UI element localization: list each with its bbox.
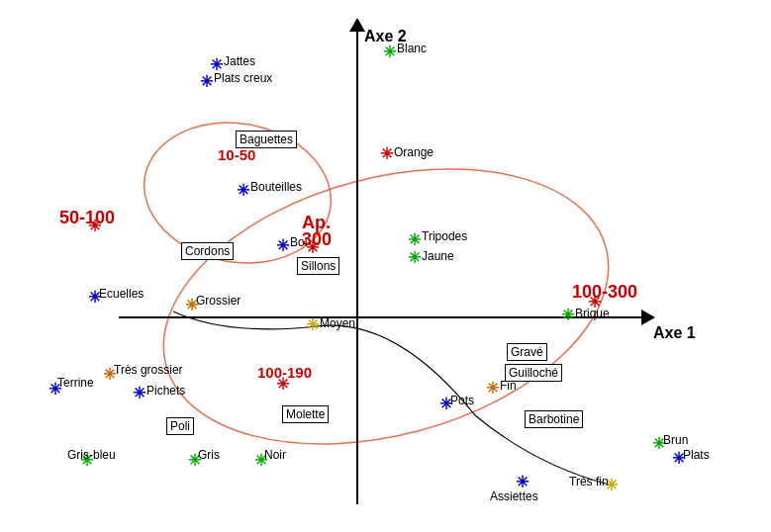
label-terrine: Terrine — [57, 376, 94, 390]
label-plats-creux: Plats creux — [214, 71, 272, 85]
star-orange: ✳ — [380, 144, 393, 163]
label-jattes: Jattes — [224, 54, 255, 68]
label-10-50: 10-50 — [218, 146, 255, 163]
label-pichets: Pichets — [146, 384, 185, 398]
label-gris: Gris — [198, 448, 220, 462]
label-100-300: 100-300 — [572, 282, 637, 303]
label-gris-bleu: Gris-bleu — [67, 448, 116, 462]
chart-container: Axe 1 Axe 2 ✳ Jattes ✳ Plats creux Bague… — [0, 0, 771, 532]
label-tripodes: Tripodes — [422, 229, 467, 243]
star-brique: ✳ — [561, 306, 574, 324]
star-bouteilles: ✳ — [237, 181, 249, 200]
label-brique: Brique — [575, 307, 610, 320]
arrow-y — [349, 18, 365, 32]
star-assiettes: ✳ — [516, 473, 529, 491]
star-100-190: ✳ — [276, 375, 289, 394]
star-50-100: ✳ — [88, 217, 101, 235]
label-cordons: Cordons — [181, 242, 234, 260]
label-poli: Poli — [166, 417, 194, 435]
label-blanc: Blanc — [397, 42, 427, 55]
label-brun: Brun — [663, 433, 688, 447]
label-jaune: Jaune — [422, 249, 454, 263]
label-noir: Noir — [264, 448, 286, 462]
star-jaune: ✳ — [408, 248, 421, 267]
label-sillons: Sillons — [297, 257, 339, 275]
label-tres-grossier: Très grossier — [114, 363, 183, 377]
label-pots: Pots — [450, 394, 474, 407]
star-ap300: ✳ — [306, 238, 319, 257]
label-grossier: Grossier — [196, 294, 241, 308]
axis-x-label: Axe 1 — [653, 324, 696, 342]
label-orange: Orange — [394, 145, 434, 159]
star-tripodes: ✳ — [408, 230, 421, 249]
star-bol: ✳ — [276, 236, 289, 255]
label-bouteilles: Bouteilles — [250, 180, 302, 194]
label-molette: Molette — [282, 405, 329, 423]
axis-y — [356, 20, 358, 504]
label-barbotine: Barbotine — [525, 410, 583, 428]
star-moyen: ✳ — [306, 315, 319, 334]
label-fin: Fin — [500, 379, 517, 393]
label-ecuelles: Ecuelles — [99, 287, 144, 301]
star-fin: ✳ — [486, 379, 499, 398]
label-tres-fin: Très fin — [569, 475, 609, 488]
label-moyen: Moyen — [320, 316, 355, 330]
label-assiettes: Assiettes — [490, 489, 538, 503]
label-plats: Plats — [683, 448, 710, 462]
arrow-x — [641, 310, 655, 325]
star-blanc: ✳ — [383, 43, 396, 61]
star-pichets: ✳ — [133, 384, 145, 402]
label-grave: Gravé — [507, 343, 547, 361]
star-plats-creux: ✳ — [200, 72, 213, 91]
